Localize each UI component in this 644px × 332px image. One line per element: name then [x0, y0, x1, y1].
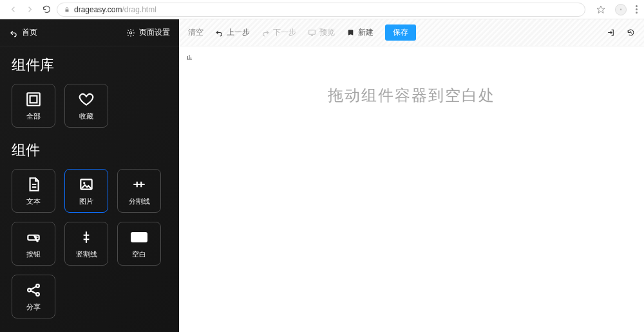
undo-icon	[215, 28, 223, 37]
tile-label: 全部	[26, 112, 41, 121]
redo-icon	[261, 28, 270, 37]
library-title: 组件库	[12, 55, 167, 75]
reload-button[interactable]	[40, 3, 53, 16]
profile-avatar[interactable]: •	[615, 4, 627, 15]
undo-arrow-icon	[9, 28, 18, 37]
horizontal-divider-icon	[131, 176, 147, 193]
vertical-divider-icon	[78, 229, 95, 246]
library-section: 组件库 全部 收藏	[0, 46, 179, 132]
page-settings-link[interactable]: 页面设置	[126, 27, 170, 38]
book-icon	[346, 28, 355, 37]
svg-rect-10	[309, 30, 316, 35]
canvas-placeholder-text: 拖动组件容器到空白处	[179, 85, 644, 106]
library-tile-favorites[interactable]: 收藏	[64, 84, 108, 128]
export-button[interactable]	[607, 28, 615, 37]
reload-icon	[42, 5, 52, 14]
editor-toolbar: 清空 上一步 下一步 预览 新建 保存	[179, 19, 644, 46]
components-grid: 文本 图片 分割线 按钮 竖割线	[12, 169, 167, 318]
redo-label: 下一步	[273, 27, 296, 38]
arrow-right-icon	[25, 5, 35, 14]
bar-chart-icon	[185, 53, 193, 61]
svg-point-1	[129, 32, 132, 34]
browser-toolbar: drageasy.com/drag.html •	[0, 0, 644, 19]
svg-rect-0	[66, 9, 69, 12]
back-button[interactable]	[6, 3, 19, 16]
component-tile-vdivider[interactable]: 竖割线	[64, 222, 108, 266]
home-link-label: 首页	[22, 27, 37, 38]
tile-label: 空白	[132, 249, 146, 259]
monitor-icon	[308, 28, 316, 37]
button-icon	[25, 229, 42, 246]
tile-label: 图片	[79, 197, 93, 206]
star-icon[interactable]	[596, 5, 606, 15]
sidebar: 首页 页面设置 组件库 全部 收藏 组件	[0, 19, 179, 332]
component-tile-image[interactable]: 图片	[64, 169, 108, 213]
heart-icon	[78, 91, 95, 108]
component-tile-blank[interactable]: 空白	[117, 222, 161, 266]
preview-label: 预览	[319, 27, 335, 38]
forward-button[interactable]	[23, 3, 36, 16]
history-button[interactable]	[627, 28, 635, 37]
tile-label: 文本	[26, 197, 41, 206]
new-button[interactable]: 新建	[346, 27, 374, 38]
app-root: 首页 页面设置 组件库 全部 收藏 组件	[0, 19, 644, 332]
component-tile-text[interactable]: 文本	[12, 169, 55, 213]
component-tile-button[interactable]: 按钮	[12, 222, 55, 266]
gear-icon	[126, 28, 135, 37]
svg-point-7	[28, 288, 31, 291]
components-title: 组件	[12, 141, 167, 160]
canvas[interactable]: 拖动组件容器到空白处	[179, 46, 644, 332]
svg-point-8	[36, 284, 39, 288]
browser-right-controls: •	[596, 4, 638, 15]
svg-point-5	[83, 182, 85, 184]
exit-icon	[607, 28, 615, 37]
save-button[interactable]: 保存	[385, 24, 416, 41]
arrow-left-icon	[8, 5, 18, 14]
blank-icon	[131, 229, 147, 246]
canvas-chart-handle[interactable]	[185, 52, 193, 63]
tile-label: 收藏	[79, 112, 93, 121]
address-bar[interactable]: drageasy.com/drag.html	[57, 3, 585, 17]
new-label: 新建	[358, 27, 374, 38]
document-icon	[25, 176, 42, 193]
undo-button[interactable]: 上一步	[215, 27, 250, 38]
svg-rect-3	[30, 95, 37, 103]
library-tile-all[interactable]: 全部	[12, 84, 55, 128]
main-panel: 清空 上一步 下一步 预览 新建 保存	[179, 19, 644, 332]
browser-menu-button[interactable]	[636, 5, 638, 14]
library-grid: 全部 收藏	[12, 84, 167, 128]
sidebar-header: 首页 页面设置	[0, 19, 179, 46]
tile-label: 竖割线	[76, 249, 97, 259]
tile-label: 分割线	[129, 197, 150, 206]
redo-button[interactable]: 下一步	[261, 27, 296, 38]
page-settings-label: 页面设置	[139, 27, 170, 38]
url-text: drageasy.com/drag.html	[74, 5, 156, 14]
tile-label: 分享	[26, 302, 41, 312]
lock-icon	[64, 6, 70, 13]
preview-button[interactable]: 预览	[308, 27, 335, 38]
svg-point-9	[36, 293, 39, 296]
undo-label: 上一步	[227, 27, 250, 38]
home-link[interactable]: 首页	[9, 27, 37, 38]
select-all-icon	[25, 91, 42, 108]
share-icon	[25, 282, 42, 298]
clear-button[interactable]: 清空	[188, 27, 204, 38]
component-tile-divider[interactable]: 分割线	[117, 169, 161, 213]
image-icon	[78, 176, 95, 193]
history-icon	[627, 28, 635, 37]
components-section: 组件 文本 图片 分割线 按钮	[0, 132, 179, 322]
tile-label: 按钮	[26, 249, 41, 259]
svg-rect-2	[27, 93, 40, 106]
component-tile-share[interactable]: 分享	[12, 275, 55, 318]
